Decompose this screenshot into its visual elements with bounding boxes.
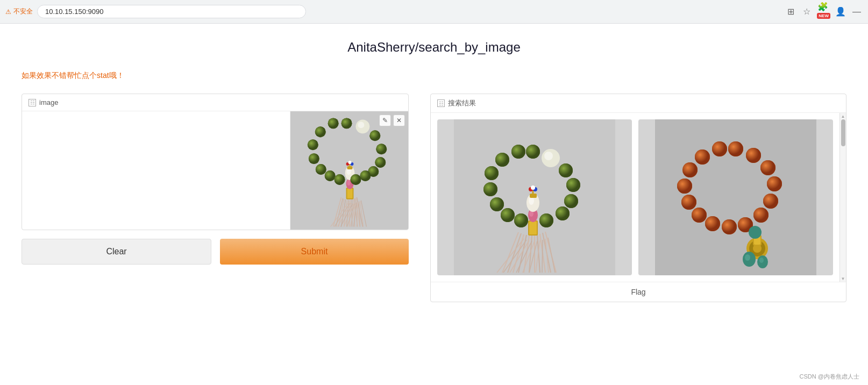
image-field-icon: ☷ <box>29 99 36 106</box>
svg-point-115 <box>483 182 497 196</box>
minimize-icon[interactable]: — <box>851 6 863 18</box>
image-actions: ✎ ✕ <box>379 115 405 126</box>
page-title: AnitaSherry/search_by_image <box>22 34 846 60</box>
bookmark-icon[interactable]: ☆ <box>801 6 813 18</box>
svg-rect-31 <box>347 166 353 169</box>
result-image-2[interactable] <box>638 119 833 275</box>
uploaded-image: ✎ ✕ <box>290 111 408 230</box>
new-badge: NEW <box>817 13 830 19</box>
upload-box[interactable]: ☷ image <box>22 94 409 230</box>
results-icon: ☷ <box>437 99 445 107</box>
svg-point-121 <box>514 213 528 227</box>
svg-point-138 <box>728 141 743 156</box>
results-header: ☷ 搜索结果 <box>431 94 846 113</box>
svg-point-50 <box>308 139 318 150</box>
svg-point-158 <box>681 195 696 210</box>
bracelet-svg-left <box>290 111 408 230</box>
svg-point-40 <box>376 144 387 154</box>
upload-box-header: ☷ image <box>22 94 408 111</box>
warning-icon: ⚠ <box>5 8 11 16</box>
svg-line-85 <box>542 240 543 273</box>
svg-point-156 <box>677 179 692 194</box>
results-label: 搜索结果 <box>448 98 476 108</box>
profile-icon[interactable]: 👤 <box>835 6 846 18</box>
svg-point-99 <box>544 152 553 160</box>
results-grid <box>431 113 839 282</box>
scrollbar[interactable]: ▲ ▼ <box>839 113 846 282</box>
upload-drop-zone[interactable] <box>22 111 290 230</box>
svg-point-164 <box>722 219 737 234</box>
svg-point-105 <box>564 194 578 208</box>
browser-toolbar: ⊞ ☆ 🧩 NEW 👤 — <box>785 1 863 23</box>
address-bar[interactable]: 10.10.15.150:9090 <box>37 5 306 18</box>
svg-point-58 <box>360 170 371 181</box>
svg-point-119 <box>501 208 515 222</box>
svg-rect-94 <box>530 194 537 198</box>
image-field-label: image <box>39 98 58 106</box>
svg-point-42 <box>375 157 386 168</box>
warning-text: 不安全 <box>13 7 33 16</box>
main-layout: ☷ image <box>22 94 846 302</box>
result-image-1[interactable] <box>437 119 632 275</box>
svg-point-140 <box>746 148 761 163</box>
svg-point-107 <box>556 206 570 220</box>
extension-icon[interactable]: 🧩 <box>817 1 829 13</box>
svg-point-142 <box>760 160 775 175</box>
svg-point-111 <box>495 153 509 167</box>
svg-point-162 <box>705 216 720 231</box>
upload-panel: ☷ image <box>22 94 409 265</box>
svg-point-148 <box>753 208 769 223</box>
svg-point-117 <box>490 197 504 211</box>
button-row: Clear Submit <box>22 239 409 265</box>
svg-point-97 <box>526 145 540 159</box>
results-panel: ☷ 搜索结果 <box>430 94 846 302</box>
scroll-thumb[interactable] <box>841 119 845 146</box>
svg-point-103 <box>566 178 580 192</box>
svg-point-123 <box>539 213 553 227</box>
svg-point-132 <box>745 254 750 261</box>
tagline-text: 如果效果不错帮忙点个stat哦！ <box>22 71 124 80</box>
edit-image-button[interactable]: ✎ <box>379 115 391 126</box>
svg-point-134 <box>759 258 764 263</box>
svg-point-54 <box>316 164 326 175</box>
scroll-up[interactable]: ▲ <box>841 114 845 118</box>
svg-rect-26 <box>347 189 353 198</box>
svg-point-150 <box>712 141 727 156</box>
svg-point-28 <box>347 180 351 186</box>
svg-point-101 <box>559 163 573 177</box>
result-bracelet-1 <box>454 119 615 275</box>
upload-content-area: ✎ ✕ <box>22 111 408 230</box>
svg-point-38 <box>369 130 380 141</box>
svg-point-152 <box>695 149 710 165</box>
clear-button[interactable]: Clear <box>22 239 211 265</box>
svg-point-109 <box>511 145 525 159</box>
results-content: ▲ ▼ <box>431 113 846 282</box>
browser-chrome: ⚠ 不安全 10.10.15.150:9090 ⊞ ☆ 🧩 NEW 👤 — <box>0 0 868 24</box>
svg-point-160 <box>692 208 707 223</box>
svg-point-52 <box>309 153 319 164</box>
flag-label: Flag <box>631 288 645 296</box>
svg-point-146 <box>763 194 778 209</box>
svg-point-144 <box>767 176 782 191</box>
scroll-down[interactable]: ▼ <box>841 276 845 281</box>
svg-point-167 <box>749 226 762 239</box>
svg-point-34 <box>341 118 352 129</box>
svg-point-113 <box>485 166 499 180</box>
security-warning: ⚠ 不安全 <box>5 7 33 16</box>
tagline: 如果效果不错帮忙点个stat哦！ <box>22 71 846 81</box>
remove-image-button[interactable]: ✕ <box>393 115 405 126</box>
svg-point-60 <box>350 174 361 185</box>
svg-point-154 <box>682 162 698 177</box>
svg-rect-89 <box>529 222 537 234</box>
page-content: AnitaSherry/search_by_image 如果效果不错帮忙点个st… <box>0 24 868 385</box>
svg-point-36 <box>358 122 364 128</box>
svg-point-46 <box>328 118 339 129</box>
submit-button[interactable]: Submit <box>220 239 409 265</box>
result-bracelet-2 <box>655 119 816 275</box>
translate-icon[interactable]: ⊞ <box>785 6 796 18</box>
watermark: CSDN @内卷焦虑人士 <box>800 373 859 381</box>
results-footer: Flag <box>431 282 846 302</box>
svg-point-65 <box>348 161 352 164</box>
svg-point-126 <box>531 186 535 190</box>
svg-point-62 <box>335 174 345 185</box>
